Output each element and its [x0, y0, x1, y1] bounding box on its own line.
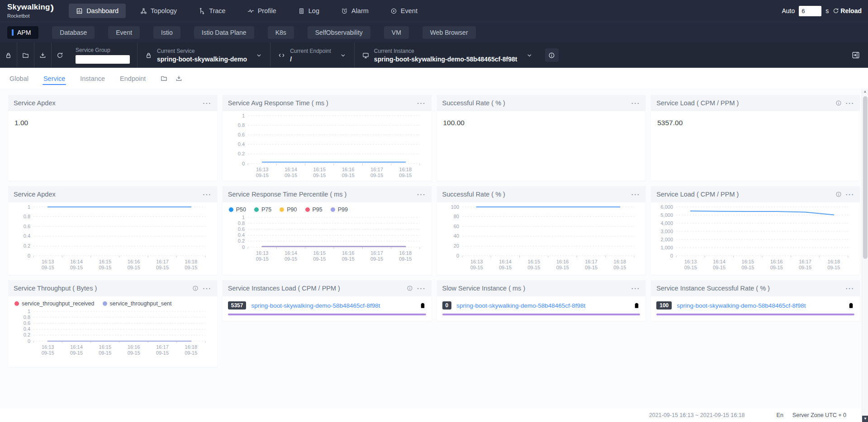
svg-text:09-15: 09-15 — [827, 265, 840, 270]
folder-icon[interactable] — [161, 75, 167, 82]
current-instance-selector[interactable]: Current Instance spring-boot-skywalking-… — [355, 42, 541, 68]
card-menu-button[interactable]: ··· — [417, 285, 426, 292]
tab-service[interactable]: Service — [43, 69, 66, 87]
subnav-item-apm[interactable]: APM — [7, 26, 38, 39]
svg-text:40: 40 — [453, 233, 459, 239]
current-endpoint-label: Current Endpoint — [290, 48, 331, 54]
card-service-instances-load-cpm-ppm-9: Service Instances Load ( CPM / PPM )···5… — [223, 280, 432, 321]
card-menu-button[interactable]: ··· — [846, 285, 855, 292]
current-instance-value: spring-boot-skywalking-demo-58b48465cf-8… — [374, 56, 517, 63]
legend-item-service-throughput-received[interactable]: service_throughput_received — [14, 300, 95, 307]
lock-button[interactable] — [0, 42, 17, 68]
card-actions: ··· — [631, 100, 640, 107]
card-menu-button[interactable]: ··· — [417, 191, 426, 198]
clipboard-icon[interactable] — [419, 302, 426, 309]
download-icon[interactable] — [175, 75, 182, 82]
nav-item-alarm[interactable]: Alarm — [334, 4, 376, 18]
instance-link[interactable]: spring-boot-skywalking-demo-58b48465cf-8… — [456, 302, 628, 309]
card-menu-button[interactable]: ··· — [203, 191, 212, 198]
clipboard-icon[interactable] — [848, 302, 854, 309]
chart-legend: service_throughput_receivedservice_throu… — [8, 296, 217, 307]
subnav-item-web-browser[interactable]: Web Browser — [422, 26, 476, 39]
tab-global[interactable]: Global — [9, 69, 29, 87]
card-slow-service-instance-ms-10: Slow Service Instance ( ms )···0spring-b… — [437, 280, 646, 321]
info-icon[interactable] — [835, 100, 842, 106]
subnav-item-k8s[interactable]: K8s — [268, 26, 294, 39]
subnav-item-event[interactable]: Event — [108, 26, 140, 39]
collapse-panel-icon[interactable] — [852, 51, 865, 59]
nav-label: Dashboard — [86, 7, 119, 14]
refresh-icon — [57, 52, 63, 59]
current-endpoint-selector[interactable]: Current Endpoint / — [270, 42, 354, 68]
folder-button[interactable] — [17, 42, 34, 68]
card-menu-button[interactable]: ··· — [417, 100, 426, 107]
card-menu-button[interactable]: ··· — [846, 100, 855, 107]
server-zone[interactable]: Server Zone UTC + 0 — [792, 412, 846, 418]
legend-item-p99[interactable]: P99 — [331, 206, 348, 213]
import-button[interactable] — [34, 42, 51, 68]
card-menu-button[interactable]: ··· — [631, 100, 640, 107]
instance-link[interactable]: spring-boot-skywalking-demo-58b48465cf-8… — [677, 302, 843, 309]
svg-text:09-15: 09-15 — [128, 265, 140, 270]
scroll-up-arrow-icon[interactable]: ▲ — [862, 89, 868, 95]
subnav-item-vm[interactable]: VM — [384, 26, 409, 39]
language-switch[interactable]: En — [777, 412, 783, 418]
svg-text:0.2: 0.2 — [24, 243, 30, 249]
tab-endpoint[interactable]: Endpoint — [119, 69, 147, 87]
legend-dot — [280, 207, 284, 212]
layer-tabs: GlobalServiceInstanceEndpoint — [9, 69, 147, 87]
svg-text:1: 1 — [242, 215, 245, 220]
info-icon[interactable] — [192, 285, 199, 291]
subnav-item-selfobservability[interactable]: SelfObservability — [308, 26, 370, 39]
nav-item-dashboard[interactable]: Dashboard — [69, 4, 126, 18]
legend-item-service-throughput-sent[interactable]: service_throughput_sent — [103, 300, 172, 307]
service-group-input[interactable] — [76, 55, 130, 64]
nav-item-topology[interactable]: Topology — [133, 4, 184, 18]
legend-item-p50[interactable]: P50 — [229, 206, 246, 213]
subnav-item-istio-data-plane[interactable]: Istio Data Plane — [194, 26, 254, 39]
card-menu-button[interactable]: ··· — [203, 285, 212, 292]
nav-item-profile[interactable]: Profile — [240, 4, 284, 18]
card-actions: ··· — [203, 100, 212, 107]
scrollbar-thumb[interactable] — [863, 96, 868, 259]
legend-item-p90[interactable]: P90 — [280, 206, 297, 213]
nav-item-trace[interactable]: Trace — [191, 4, 233, 18]
clipboard-icon[interactable] — [633, 302, 640, 309]
nav-item-log[interactable]: Log — [291, 4, 327, 18]
card-menu-button[interactable]: ··· — [203, 100, 212, 107]
info-icon[interactable] — [407, 285, 413, 291]
svg-text:09-15: 09-15 — [370, 256, 383, 262]
svg-text:09-15: 09-15 — [256, 173, 268, 178]
card-title: Successful Rate ( % ) — [442, 99, 505, 107]
value-badge: 100 — [656, 301, 672, 309]
card-menu-button[interactable]: ··· — [631, 191, 640, 198]
card-menu-button[interactable]: ··· — [631, 285, 640, 292]
info-button[interactable] — [545, 48, 559, 62]
svg-text:09-15: 09-15 — [399, 173, 412, 178]
subnav-label: K8s — [275, 29, 286, 36]
refresh-templates-button[interactable] — [52, 42, 68, 68]
svg-text:09-15: 09-15 — [156, 265, 169, 270]
card-service-apdex-4: Service Apdex···10.80.60.40.2016:1309-15… — [8, 186, 217, 275]
scroll-down-arrow-icon[interactable]: ▼ — [862, 416, 868, 422]
tab-instance[interactable]: Instance — [79, 69, 106, 87]
chevron-down-icon — [340, 52, 346, 59]
svg-text:6,000: 6,000 — [661, 204, 674, 210]
current-service-selector[interactable]: Current Service spring-boot-skywalking-d… — [138, 42, 270, 68]
legend-item-p95[interactable]: P95 — [305, 206, 323, 213]
instance-bar — [228, 314, 426, 315]
auto-interval-input[interactable] — [799, 6, 821, 16]
metric-value: 1.00 — [8, 111, 217, 135]
subnav-item-database[interactable]: Database — [52, 26, 95, 39]
instance-link[interactable]: spring-boot-skywalking-demo-58b48465cf-8… — [251, 302, 414, 309]
legend-item-p75[interactable]: P75 — [254, 206, 271, 213]
nav-item-event[interactable]: Event — [383, 4, 425, 18]
subnav-label: SelfObservability — [315, 29, 363, 36]
reload-button[interactable]: Reload — [833, 7, 862, 14]
current-instance-text: Current Instance spring-boot-skywalking-… — [374, 48, 517, 63]
line-chart: 6,0005,0004,0003,0002,0001,000016:1309-1… — [655, 203, 854, 272]
info-icon[interactable] — [835, 191, 842, 197]
nav-label: Topology — [151, 7, 177, 14]
card-menu-button[interactable]: ··· — [846, 191, 855, 198]
subnav-item-istio[interactable]: Istio — [153, 26, 180, 39]
